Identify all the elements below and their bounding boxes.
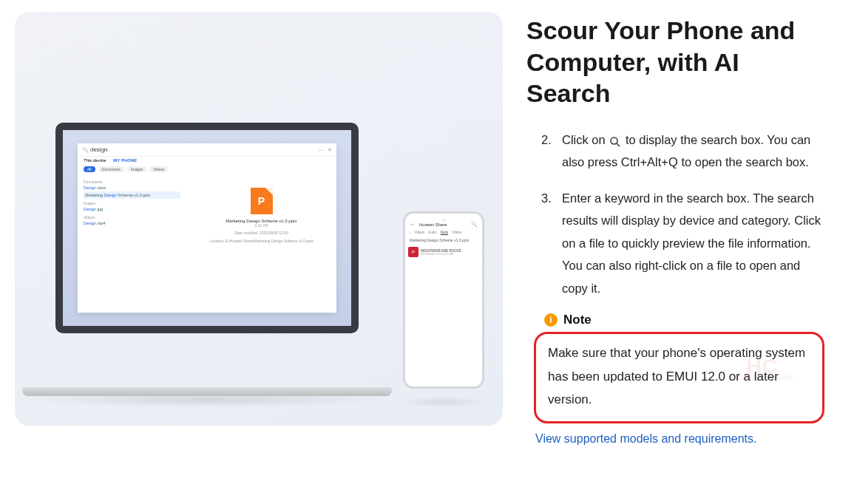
phone-header: ← Huawei Share 🔍 <box>408 218 479 229</box>
results-list: Documents Design.docx Marketing Design S… <box>78 174 186 316</box>
search-window: design — ✕ This device MY PHONE All Docu… <box>78 143 336 313</box>
filter-pills: All Documents Images Videos <box>78 164 336 174</box>
step-number: 3. <box>541 187 552 210</box>
page-title: Scour Your Phone and Computer, with AI S… <box>526 15 824 109</box>
laptop-screen: design — ✕ This device MY PHONE All Docu… <box>55 123 359 333</box>
instructions-panel: Scour Your Phone and Computer, with AI S… <box>503 6 839 498</box>
phone-file-row[interactable]: Marketing Design Scheme v1.0.pptx <box>408 236 479 244</box>
svg-point-0 <box>611 137 617 144</box>
svg-line-1 <box>617 143 620 146</box>
minimize-icon[interactable]: — <box>318 147 323 152</box>
phone-tab-audio[interactable]: Audio <box>428 231 437 235</box>
note-box: Make sure that your phone's operating sy… <box>534 332 824 423</box>
result-item[interactable]: Design.jpg <box>84 205 180 213</box>
phone-tab-videos[interactable]: Videos <box>415 231 425 235</box>
preview-location: Location: E:\Huawei Share\Marketing Desi… <box>186 239 336 244</box>
note-header: i Note <box>544 313 824 327</box>
phone-tab-docs[interactable]: Docs <box>441 231 448 235</box>
search-icon <box>609 133 622 146</box>
media-icon: P <box>408 247 418 257</box>
search-icon[interactable]: 🔍 <box>471 222 478 228</box>
supported-models-link[interactable]: View supported models and requirements. <box>535 432 756 446</box>
filter-documents[interactable]: Documents <box>98 166 124 172</box>
result-item-selected[interactable]: Marketing Design Scheme v1.0.pptx <box>84 191 180 199</box>
pptx-icon: P <box>251 188 273 214</box>
info-icon: i <box>544 313 558 327</box>
phone-mockup: ← Huawei Share 🔍 ‹ Videos Audio Docs Oth… <box>403 211 484 389</box>
device-tabs: This device MY PHONE <box>78 157 336 164</box>
step-3: 3. Enter a keyword in the search box. Th… <box>562 187 824 300</box>
step-number: 2. <box>541 129 552 151</box>
laptop-mockup: design — ✕ This device MY PHONE All Docu… <box>22 123 392 396</box>
laptop-base <box>22 387 392 396</box>
phone-title: Huawei Share <box>419 222 447 227</box>
preview-size: 6.61 KB <box>186 223 336 228</box>
watermark-sub: huaweicentral.com <box>731 371 793 385</box>
preview-pane: P Marketing Design Scheme v1.0.pptx 6.61… <box>186 174 336 316</box>
product-illustration: design — ✕ This device MY PHONE All Docu… <box>15 12 503 426</box>
result-item[interactable]: Design.mp4 <box>84 219 180 227</box>
back-icon[interactable]: ← <box>410 221 416 228</box>
note-label: Note <box>563 313 592 327</box>
tab-this-device[interactable]: This device <box>84 158 106 163</box>
filter-images[interactable]: Images <box>127 166 146 172</box>
phone-tab-others[interactable]: Others <box>452 231 462 235</box>
window-titlebar: design — ✕ <box>78 143 336 157</box>
search-input[interactable]: design <box>82 146 314 153</box>
preview-date: Date modified: 2021/06/09 12:00 <box>186 231 336 236</box>
step-2: 2. Click on to display the search box. Y… <box>562 129 824 174</box>
close-icon[interactable]: ✕ <box>328 147 332 153</box>
result-item[interactable]: Design.docx <box>84 184 180 191</box>
filter-videos[interactable]: Videos <box>149 166 168 172</box>
phone-media-item[interactable]: P MOUNTAINS AND ROCKS 2021/06/09 12:00 6… <box>408 247 479 257</box>
tab-my-phone[interactable]: MY PHONE <box>113 158 137 163</box>
phone-tabs: ‹ Videos Audio Docs Others <box>408 229 479 236</box>
filter-all[interactable]: All <box>84 166 95 172</box>
media-name: MOUNTAINS AND ROCKS <box>421 249 461 253</box>
media-meta: 2021/06/09 12:00 6.61 MB <box>421 253 461 256</box>
phone-shadow <box>399 397 488 407</box>
